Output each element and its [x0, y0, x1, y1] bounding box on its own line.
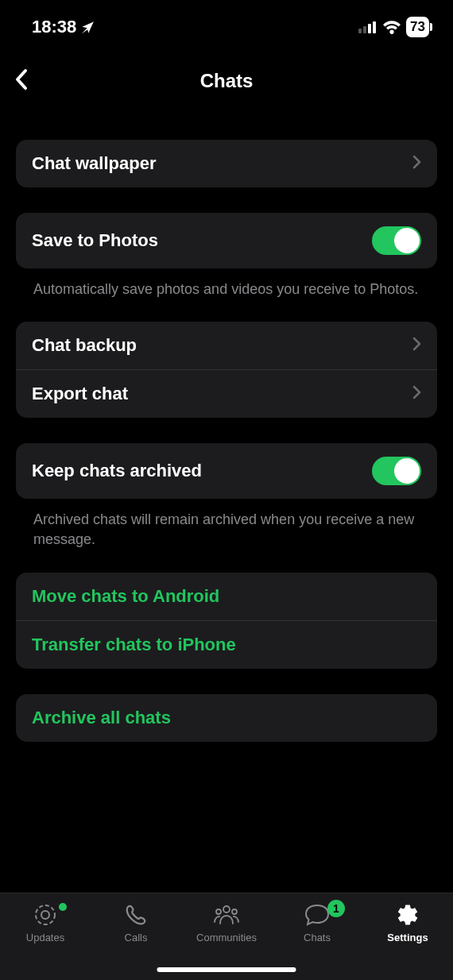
row-label: Keep chats archived — [32, 461, 202, 481]
update-badge-dot — [59, 903, 67, 911]
group-archive-all: Archive all chats — [16, 694, 437, 742]
row-keep-archived[interactable]: Keep chats archived — [16, 443, 437, 499]
settings-icon — [396, 901, 420, 928]
status-time: 18:38 — [32, 17, 95, 37]
page-title: Chats — [16, 70, 437, 92]
tab-label: Calls — [125, 932, 148, 943]
updates-icon — [33, 901, 58, 928]
keep-archived-footer: Archived chats will remain archived when… — [16, 510, 437, 572]
svg-point-6 — [223, 906, 230, 912]
svg-rect-1 — [363, 26, 366, 33]
row-label: Save to Photos — [32, 230, 158, 251]
toggle-save-photos[interactable] — [372, 226, 421, 255]
tab-label: Updates — [26, 932, 64, 943]
row-export-chat[interactable]: Export chat — [16, 369, 437, 418]
row-label: Chat backup — [32, 335, 137, 356]
time-text: 18:38 — [32, 17, 76, 37]
row-label: Move chats to Android — [32, 586, 219, 607]
row-chat-backup[interactable]: Chat backup — [16, 322, 437, 369]
svg-point-7 — [216, 909, 221, 914]
status-right: 73 — [358, 17, 429, 37]
chevron-right-icon — [412, 385, 421, 403]
tab-label: Chats — [304, 932, 331, 943]
tab-updates[interactable]: Updates — [0, 901, 91, 980]
chevron-right-icon — [412, 155, 421, 172]
tab-settings[interactable]: Settings — [362, 901, 453, 980]
tab-label: Settings — [387, 932, 428, 943]
save-photos-footer: Automatically save photos and videos you… — [16, 280, 437, 322]
tab-label: Communities — [196, 932, 257, 943]
settings-content: Chat wallpaper Save to Photos Automatica… — [0, 108, 453, 742]
row-label: Chat wallpaper — [32, 153, 156, 174]
svg-rect-2 — [368, 24, 371, 33]
chevron-right-icon — [412, 337, 421, 354]
svg-point-5 — [41, 911, 49, 919]
svg-point-8 — [232, 909, 237, 914]
group-transfer: Move chats to Android Transfer chats to … — [16, 573, 437, 669]
row-save-to-photos[interactable]: Save to Photos — [16, 213, 437, 268]
row-label: Archive all chats — [32, 708, 171, 728]
row-move-android[interactable]: Move chats to Android — [16, 573, 437, 620]
row-chat-wallpaper[interactable]: Chat wallpaper — [16, 140, 437, 187]
location-icon — [80, 20, 95, 35]
cellular-icon — [358, 21, 378, 33]
row-archive-all[interactable]: Archive all chats — [16, 694, 437, 742]
battery-indicator: 73 — [406, 17, 429, 37]
svg-rect-3 — [373, 21, 376, 33]
group-archived: Keep chats archived — [16, 443, 437, 499]
calls-icon — [124, 901, 148, 928]
chats-badge: 1 — [327, 900, 345, 917]
group-wallpaper: Chat wallpaper — [16, 140, 437, 187]
svg-rect-0 — [358, 29, 362, 33]
svg-point-4 — [36, 905, 55, 924]
row-label: Transfer chats to iPhone — [32, 635, 236, 655]
group-save-photos: Save to Photos — [16, 213, 437, 268]
wifi-icon — [382, 20, 401, 34]
toggle-keep-archived[interactable] — [372, 457, 421, 485]
back-button[interactable] — [14, 68, 28, 94]
nav-header: Chats — [0, 48, 453, 108]
chevron-left-icon — [14, 68, 28, 91]
home-indicator[interactable] — [157, 967, 296, 972]
battery-text: 73 — [410, 19, 425, 35]
chats-icon — [304, 901, 331, 928]
status-bar: 18:38 73 — [0, 0, 453, 48]
row-label: Export chat — [32, 384, 128, 404]
communities-icon — [212, 901, 241, 928]
row-transfer-iphone[interactable]: Transfer chats to iPhone — [16, 620, 437, 669]
group-backup: Chat backup Export chat — [16, 322, 437, 418]
